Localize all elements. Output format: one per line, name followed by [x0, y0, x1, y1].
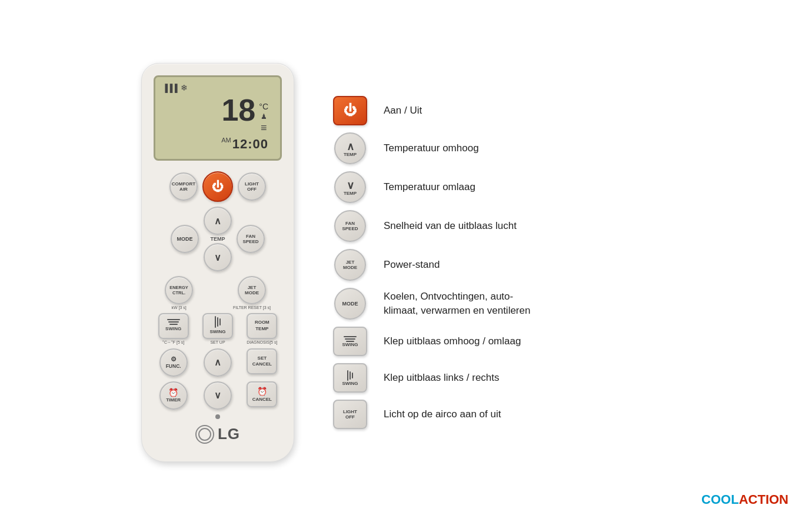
- light-off-button[interactable]: LIGHT OFF: [238, 172, 266, 201]
- cancel-button[interactable]: ⏰ CANCEL: [247, 381, 277, 407]
- legend-item-temp-up: ∧ TEMP Temperatuur omhoog: [330, 129, 671, 168]
- fan-speed-button[interactable]: FAN SPEED: [237, 225, 265, 253]
- clock-icon: ⏰: [168, 388, 178, 398]
- legend-arrow-up-icon: ∧: [347, 140, 354, 153]
- temp-down-button[interactable]: ∨: [204, 243, 232, 271]
- energy-ctrl-wrapper: ENERGY CTRL. kW [3 s]: [165, 276, 193, 310]
- button-row-2: MODE ∧ TEMP ∨ FAN SPEED: [154, 207, 282, 271]
- set-cancel-button[interactable]: SET CANCEL: [247, 348, 277, 374]
- legend-arrow-down-icon: ∨: [347, 179, 354, 192]
- lcd-degree: °C: [259, 102, 268, 111]
- legend-item-fan-speed: FAN SPEED Snelheid van de uitblaas lucht: [330, 207, 671, 245]
- battery-icon: ▐▐▐: [162, 84, 177, 92]
- action-text: ACTION: [739, 492, 788, 507]
- temp-up-button[interactable]: ∧: [204, 207, 232, 235]
- remote-control: ▐▐▐ ❄ 18 °C ♟ ≡ AM 12:00 COMFORT AIR: [141, 63, 294, 462]
- swing-h-label: SWING: [209, 329, 225, 335]
- legend-item-temp-down: ∨ TEMP Temperatuur omlaag: [330, 168, 671, 207]
- legend-text-fan-speed: Snelheid van de uitblaas lucht: [384, 219, 517, 233]
- timer-wrapper: ⏰ TIMER: [154, 381, 193, 410]
- legend-fan-speed-label: FAN SPEED: [342, 221, 358, 231]
- cancel-clock-icon: ⏰: [257, 386, 267, 397]
- legend-text-power: Aan / Uit: [384, 104, 422, 118]
- temp-group: ∧ TEMP ∨: [204, 207, 232, 271]
- legend-power-icon: ⏻: [344, 103, 357, 118]
- comfort-air-button[interactable]: COMFORT AIR: [169, 172, 198, 201]
- legend-temp-up-btn: ∧ TEMP: [334, 132, 366, 164]
- power-button[interactable]: ⏻: [202, 171, 233, 202]
- func-button[interactable]: ⚙ FUNC.: [159, 348, 188, 377]
- legend-item-mode: MODE Koelen, Ontvochtingen, auto- klimaa…: [330, 284, 671, 323]
- legend-item-swing-h: SWING Klep uitblaas links / rechts: [330, 360, 671, 396]
- legend-text-swing-v: Klep uitblaas omhoog / omlaag: [384, 334, 521, 348]
- legend-icon-swing-v: SWING: [330, 327, 371, 356]
- legend-swing-h-btn: SWING: [333, 363, 367, 393]
- button-row-1: COMFORT AIR ⏻ LIGHT OFF: [154, 171, 282, 202]
- cancel-wrapper: ⏰ CANCEL: [242, 381, 282, 410]
- lg-circle-inner: [198, 428, 211, 441]
- legend-jet-mode-label: JET MODE: [343, 260, 357, 270]
- legend-icon-temp-up: ∧ TEMP: [330, 132, 371, 164]
- legend-temp-up-sublabel: TEMP: [344, 152, 357, 157]
- lcd-am-label: AM: [221, 137, 231, 152]
- energy-ctrl-button[interactable]: ENERGY CTRL.: [165, 276, 193, 304]
- legend-item-light-off: LIGHT OFF Licht op de airco aan of uit: [330, 396, 671, 433]
- nav-up-button[interactable]: ∧: [204, 348, 232, 377]
- setup-label: SET UP: [210, 340, 225, 345]
- legend-swing-v-label: SWING: [342, 342, 358, 347]
- legend-icon-temp-down: ∨ TEMP: [330, 171, 371, 203]
- timer-button[interactable]: ⏰ TIMER: [159, 381, 188, 410]
- room-temp-wrapper: ROOM TEMP DIAGNOSIS[5 s]: [242, 313, 282, 345]
- snowflake-icon: ❄: [181, 83, 188, 92]
- lcd-person-icon: ♟: [261, 112, 267, 121]
- swing-v-wrapper: SWING °C↔°F [5 s]: [154, 313, 193, 345]
- func-wrapper: ⚙ FUNC.: [154, 348, 193, 377]
- legend-text-jet-mode: Power-stand: [384, 258, 440, 272]
- lg-text: LG: [218, 425, 240, 443]
- legend-jet-mode-btn: JET MODE: [334, 249, 366, 281]
- legend-text-light-off: Licht op de airco aan of uit: [384, 407, 501, 421]
- jet-mode-button[interactable]: JET MODE: [238, 276, 266, 304]
- power-wrapper: ⏻: [202, 171, 233, 202]
- fan-speed-wrapper: FAN SPEED: [237, 225, 265, 253]
- legend-icon-fan-speed: FAN SPEED: [330, 210, 371, 242]
- cool-text: COOL: [701, 492, 739, 507]
- button-row-3: ENERGY CTRL. kW [3 s] JET MODE FILTER RE…: [154, 276, 282, 310]
- swing-h-icon: [215, 316, 221, 328]
- legend-power-btn: ⏻: [333, 96, 367, 125]
- legend-temp-down-btn: ∨ TEMP: [334, 171, 366, 203]
- legend-text-mode: Koelen, Ontvochtingen, auto- klimaat, ve…: [384, 290, 530, 318]
- legend-icon-swing-h: SWING: [330, 363, 371, 393]
- button-row-6: ⏰ TIMER ∨ ⏰ CANCEL: [154, 381, 282, 410]
- legend-icon-power: ⏻: [330, 96, 371, 125]
- swing-v-button[interactable]: SWING: [158, 313, 189, 339]
- arrow-up-icon: ∧: [214, 215, 221, 227]
- mode-button[interactable]: MODE: [171, 225, 199, 253]
- nav-down-icon: ∨: [214, 390, 221, 401]
- light-off-wrapper: LIGHT OFF: [238, 172, 266, 201]
- room-temp-button[interactable]: ROOM TEMP: [247, 313, 277, 339]
- nav-up-wrapper: ∧: [198, 348, 237, 377]
- legend-swing-v-icon: [344, 336, 357, 342]
- button-row-4: SWING °C↔°F [5 s] SWING SET UP ROOM TEM: [154, 313, 282, 345]
- legend-light-off-btn: LIGHT OFF: [333, 400, 367, 429]
- jet-mode-wrapper: JET MODE FILTER RESET [3 s]: [233, 276, 271, 310]
- comfort-air-wrapper: COMFORT AIR: [169, 172, 198, 201]
- lg-logo: LG: [154, 425, 282, 444]
- nav-down-wrapper: ∨: [198, 381, 237, 410]
- legend-swing-v-btn: SWING: [333, 327, 367, 356]
- nav-up-icon: ∧: [214, 357, 221, 368]
- legend-item-swing-v: SWING Klep uitblaas omhoog / omlaag: [330, 323, 671, 360]
- temp-label: TEMP: [210, 236, 225, 242]
- legend-icon-jet-mode: JET MODE: [330, 249, 371, 281]
- lcd-screen: ▐▐▐ ❄ 18 °C ♟ ≡ AM 12:00: [154, 75, 282, 161]
- button-row-5: ⚙ FUNC. ∧ SET CANCEL: [154, 348, 282, 377]
- lcd-time: 12:00: [232, 137, 268, 152]
- legend-temp-down-sublabel: TEMP: [344, 191, 357, 196]
- filter-label: FILTER RESET [3 s]: [233, 305, 271, 310]
- nav-down-button[interactable]: ∨: [204, 381, 232, 410]
- swing-h-button[interactable]: SWING: [202, 313, 233, 339]
- legend-light-off-label: LIGHT OFF: [343, 409, 357, 420]
- legend-fan-speed-btn: FAN SPEED: [334, 210, 366, 242]
- arrow-down-icon: ∨: [214, 252, 221, 263]
